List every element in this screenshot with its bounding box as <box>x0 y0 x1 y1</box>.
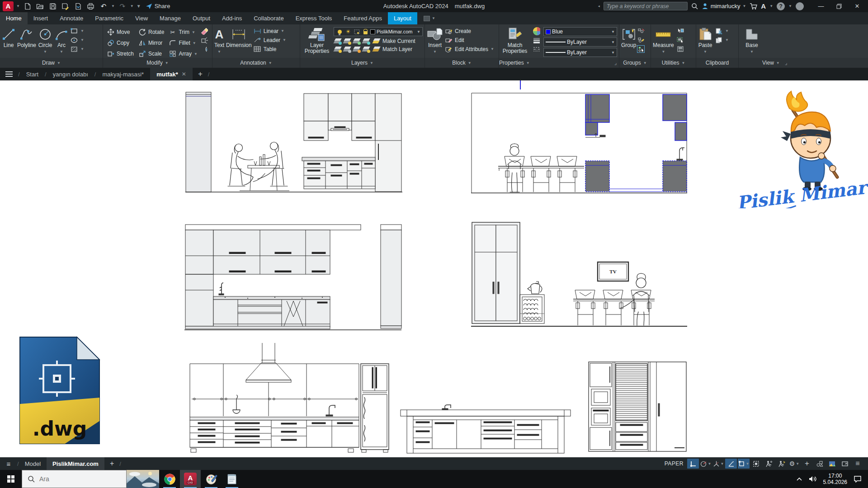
group-selection-toggle-icon[interactable] <box>637 45 645 53</box>
elevation-hood-fridge[interactable] <box>185 342 390 455</box>
panel-clipboard-footer[interactable]: Clipboard <box>696 58 738 68</box>
layer-unlock-all-icon[interactable] <box>353 46 360 52</box>
linear-dimension-button[interactable]: Linear▼ <box>254 27 286 35</box>
layer-off-icon[interactable] <box>334 46 341 52</box>
selected-line-artifact[interactable] <box>519 80 523 89</box>
file-tabs-menu-icon[interactable] <box>0 68 18 80</box>
layer-select-combo[interactable]: ☀ PislikMimar.com ▼ <box>334 27 423 36</box>
isometric-drafting-button[interactable]: ▼ <box>712 459 724 469</box>
layer-thaw-all-icon[interactable] <box>343 46 351 52</box>
lineweight-combo[interactable]: ByLayer ▼ <box>543 38 617 47</box>
annotation-visibility-button[interactable] <box>763 459 775 469</box>
app-menu-caret-icon[interactable]: ▼ <box>16 4 20 8</box>
ribbon-tab-insert[interactable]: Insert <box>28 12 54 24</box>
quick-select-icon[interactable] <box>677 36 684 44</box>
notification-center-icon[interactable] <box>854 475 862 483</box>
match-layer-button[interactable]: Match Layer <box>373 46 412 52</box>
help-caret-icon[interactable]: ▼ <box>788 4 792 8</box>
group-edit-icon[interactable] <box>637 36 645 44</box>
rotate-button[interactable]: Rotate <box>138 28 164 36</box>
taskbar-app-autocad[interactable]: ACAD <box>180 470 201 488</box>
redo-caret-icon[interactable]: ▼ <box>130 4 134 8</box>
autodesk-logo-icon[interactable]: A <box>761 2 766 10</box>
properties-dialog-launcher[interactable]: ⌟ <box>614 60 617 66</box>
close-button[interactable]: ✕ <box>848 0 866 12</box>
hatch-tool-button[interactable]: ▼ <box>71 45 84 53</box>
elevation-tall-unit[interactable] <box>588 361 687 453</box>
volume-icon[interactable] <box>809 476 817 482</box>
scale-button[interactable]: Scale <box>138 50 164 58</box>
taskbar-app-paint[interactable] <box>201 470 222 488</box>
clean-screen-button[interactable] <box>839 459 851 469</box>
create-block-button[interactable]: Create <box>445 27 494 35</box>
ellipse-tool-button[interactable]: ▼ <box>71 36 84 44</box>
ribbon-tab-output[interactable]: Output <box>187 12 216 24</box>
taskbar-search-input[interactable] <box>39 475 107 483</box>
move-button[interactable]: Move <box>107 28 134 36</box>
ribbon-tab-layout[interactable]: Layout <box>388 12 417 24</box>
layout-menu-icon[interactable]: ≡ <box>0 460 17 468</box>
file-tab-mutfak[interactable]: mutfak* ✕ <box>150 68 193 80</box>
ortho-mode-button[interactable] <box>687 459 699 469</box>
ribbon-tab-annotate[interactable]: Annotate <box>54 12 89 24</box>
minimize-button[interactable]: — <box>812 0 830 12</box>
panel-block-footer[interactable]: Block▼ <box>425 58 499 68</box>
layer-isolate-icon[interactable] <box>334 38 341 44</box>
customization-button[interactable]: + <box>801 459 813 469</box>
graphics-performance-button[interactable] <box>826 459 838 469</box>
copy-button[interactable]: Copy <box>107 39 134 47</box>
elevation-tv-wall[interactable]: TV <box>471 219 687 327</box>
id-point-icon[interactable] <box>677 27 684 35</box>
table-button[interactable]: Table <box>254 45 286 53</box>
autodesk-caret-icon[interactable]: ▼ <box>769 4 773 8</box>
polyline-button[interactable]: Polyline <box>17 26 36 48</box>
feedback-icon[interactable] <box>796 2 804 10</box>
plot-icon[interactable] <box>73 1 83 11</box>
isolate-objects-button[interactable] <box>814 459 826 469</box>
layer-lock-icon[interactable] <box>362 38 370 44</box>
search-icon[interactable] <box>691 3 698 9</box>
ribbon-display-toggle[interactable]: ▼ <box>424 12 435 24</box>
panel-draw-footer[interactable]: Draw▼ <box>0 58 103 68</box>
file-tab-makyaj-masasi[interactable]: makyaj-masasi* <box>96 68 150 80</box>
paste-button[interactable]: Paste ▼ <box>698 26 712 55</box>
print-icon[interactable] <box>86 1 96 11</box>
panel-layers-footer[interactable]: Layers▼ <box>300 58 425 68</box>
explode-icon[interactable] <box>200 36 208 44</box>
layer-on-icon[interactable] <box>336 28 343 35</box>
undo-icon[interactable]: ↶ <box>99 1 108 11</box>
edit-attributes-button[interactable]: Edit Attributes▼ <box>445 45 494 53</box>
stretch-button[interactable]: Stretch <box>107 50 134 58</box>
app-menu-button[interactable]: A <box>3 1 14 11</box>
measure-button[interactable]: Measure ▼ <box>653 26 674 55</box>
ribbon-tab-collaborate[interactable]: Collaborate <box>248 12 290 24</box>
share-button[interactable]: Share <box>146 3 170 9</box>
panel-properties-footer[interactable]: Properties▼⌟ <box>499 58 619 68</box>
paste-caret-icon[interactable]: ▼ <box>703 49 707 55</box>
linetype-combo[interactable]: ByLayer ▼ <box>543 48 617 57</box>
selection-cycling-button[interactable] <box>750 459 762 469</box>
erase-icon[interactable] <box>200 27 208 35</box>
taskbar-clock[interactable]: 17:00 5.04.2026 <box>823 473 847 485</box>
arc-caret-icon[interactable]: ▼ <box>60 49 63 55</box>
ungroup-icon[interactable] <box>637 27 645 35</box>
layer-unisolate-icon[interactable] <box>343 38 351 44</box>
save-icon[interactable] <box>48 1 58 11</box>
measure-caret-icon[interactable]: ▼ <box>661 49 665 55</box>
cut-clip-button[interactable]: ▼ <box>715 27 729 35</box>
qat-customize-caret-icon[interactable]: ▼ <box>137 4 141 9</box>
base-caret-icon[interactable]: ▼ <box>750 49 754 55</box>
taskbar-app-chrome[interactable] <box>159 470 180 488</box>
signin-user-button[interactable]: mimarlucky ▼ <box>702 3 746 9</box>
panel-groups-footer[interactable]: Groups▼ <box>619 58 651 68</box>
offset-icon[interactable] <box>200 45 208 53</box>
circle-button[interactable]: Circle ▼ <box>38 26 52 55</box>
polar-tracking-button[interactable]: ▼ <box>700 459 712 469</box>
elevation-bar-wall-selected[interactable] <box>471 89 687 196</box>
circle-caret-icon[interactable]: ▼ <box>43 49 47 55</box>
layer-unlock-icon[interactable] <box>362 28 369 35</box>
file-tab-start[interactable]: Start <box>20 68 45 80</box>
text-button[interactable]: A Text ▼ <box>214 26 224 55</box>
elevation-island[interactable] <box>400 404 571 454</box>
ribbon-tab-express-tools[interactable]: Express Tools <box>290 12 338 24</box>
